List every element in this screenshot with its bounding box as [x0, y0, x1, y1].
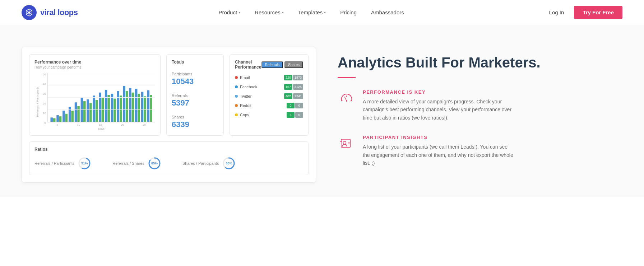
ratios-card: Ratios Referrals / Participants 51%	[29, 141, 309, 175]
feature-performance-title: PERFORMANCE IS KEY	[363, 89, 514, 95]
participants-label: Participants	[172, 72, 218, 76]
perf-title: Performance over time	[34, 60, 155, 65]
ratio-referrals-shares: Referrals / Shares 85%	[112, 157, 161, 170]
cp-name: Copy	[240, 113, 249, 117]
chart-container: Referrals & Participants 50 40 30 20 10 …	[34, 73, 155, 130]
x-label-20: 20	[121, 123, 124, 126]
ratio3-label: Shares / Participants	[182, 161, 219, 165]
cp-bars: 5 0	[287, 112, 303, 118]
feature-insights-text: PARTICIPANT INSIGHTS A long list of your…	[363, 135, 514, 167]
nav-right: Log In Try For Free	[545, 6, 622, 19]
x-label-5: 5	[57, 123, 58, 126]
channel-tabs: Referrals Shares	[261, 61, 303, 68]
ratio1-label: Referrals / Participants	[34, 161, 74, 165]
y-label-20: 20	[43, 102, 46, 105]
perf-subtitle: How your campaign performs	[34, 65, 155, 69]
ratio-referrals-participants: Referrals / Participants 51%	[34, 157, 91, 170]
fb-name: Facebook	[240, 85, 257, 89]
email-bar1: 220	[284, 75, 292, 80]
email-bar2: 1873	[293, 75, 303, 80]
email-bars: 220 1873	[284, 75, 303, 80]
nav-resources[interactable]: Resources ▾	[249, 6, 289, 18]
ratio2-label: Referrals / Shares	[112, 161, 144, 165]
y-label-50: 50	[43, 73, 46, 76]
svg-line-6	[27, 13, 28, 14]
channel-row-facebook: Facebook 167 3125	[235, 84, 303, 90]
feature-insights-title: PARTICIPANT INSIGHTS	[363, 135, 514, 140]
fb-bar1: 167	[284, 84, 292, 90]
gauge-icon-wrap	[338, 89, 356, 107]
shares-tab[interactable]: Shares	[284, 61, 303, 68]
totals-card: Totals Participants 10543 Referrals 5397…	[166, 54, 224, 136]
channel-row-reddit: Reddit 0 0	[235, 103, 303, 108]
totals-referrals: Referrals 5397	[172, 93, 218, 108]
nav-templates[interactable]: Templates ▾	[292, 6, 332, 18]
login-button[interactable]: Log In	[545, 6, 569, 18]
chevron-down-icon: ▾	[324, 10, 326, 14]
ratio1-pct: 51%	[81, 162, 88, 165]
rd-bars: 0 0	[287, 103, 303, 108]
svg-point-48	[346, 100, 347, 102]
y-label-40: 40	[43, 83, 46, 86]
channel-header: Channel Performance Referrals Shares	[235, 60, 303, 70]
rd-bar1: 0	[287, 103, 295, 108]
referrals-value: 5397	[172, 98, 218, 108]
ratio2-circle: 85%	[148, 157, 161, 170]
tw-bar2: 2341	[293, 93, 303, 99]
totals-participants: Participants 10543	[172, 72, 218, 86]
channel-row-copy: Copy 5 0	[235, 112, 303, 118]
svg-line-5	[30, 13, 32, 14]
logo[interactable]: viral loops	[22, 5, 78, 20]
right-content: Analytics Built For Marketers. PERFORMAN…	[316, 47, 622, 180]
ratios-title: Ratios	[34, 147, 303, 152]
tw-bar1: 402	[284, 93, 292, 99]
try-free-button[interactable]: Try For Free	[574, 6, 622, 19]
logo-text-brand: loops	[57, 8, 78, 17]
channel-title: Channel Performance	[235, 60, 261, 70]
svg-point-1	[28, 11, 30, 14]
logo-text-normal: viral	[40, 8, 57, 17]
ratio3-pct: 60%	[226, 162, 232, 165]
channel-card: Channel Performance Referrals Shares Ema…	[230, 54, 309, 136]
nav-product[interactable]: Product ▾	[213, 6, 246, 18]
chevron-down-icon: ▾	[282, 10, 284, 14]
nav-pricing[interactable]: Pricing	[334, 6, 362, 18]
svg-line-4	[27, 11, 28, 12]
ratio2-pct: 85%	[151, 162, 158, 165]
grid-lines	[48, 73, 155, 122]
person-icon-wrap	[338, 135, 356, 153]
performance-card: Performance over time How your campaign …	[29, 54, 161, 136]
ratio3-circle: 60%	[222, 157, 235, 170]
tw-name: Twitter	[240, 94, 251, 98]
feature-performance-text: PERFORMANCE IS KEY A more detailed view …	[363, 89, 514, 122]
totals-title: Totals	[172, 60, 218, 65]
referrals-label: Referrals	[172, 93, 218, 98]
ratio-shares-participants: Shares / Participants 60%	[182, 157, 236, 170]
cp-bar2: 0	[295, 112, 303, 118]
nav-ambassadors[interactable]: Ambassadors	[365, 6, 410, 18]
navigation: viral loops Product ▾ Resources ▾ Templa…	[0, 0, 644, 25]
logo-text: viral loops	[40, 8, 78, 17]
cp-dot	[235, 113, 238, 116]
logo-icon	[22, 5, 37, 20]
fb-bars: 167 3125	[284, 84, 303, 90]
chevron-down-icon: ▾	[238, 10, 240, 14]
svg-line-7	[30, 11, 32, 12]
referrals-tab[interactable]: Referrals	[261, 61, 283, 68]
feature-insights: PARTICIPANT INSIGHTS A long list of your…	[338, 135, 622, 167]
y-label-10: 10	[43, 112, 46, 115]
dashboard-row1: Performance over time How your campaign …	[29, 54, 309, 136]
channel-row-email: Email 220 1873	[235, 75, 303, 80]
channel-rows: Email 220 1873 Facebook 167	[235, 75, 303, 118]
x-label-25: 25	[143, 123, 146, 126]
x-label-10: 10	[77, 123, 80, 126]
x-labels: 5 10 15 20 25	[47, 122, 155, 126]
fb-dot	[235, 85, 238, 88]
tw-dot	[235, 95, 238, 98]
feature-performance: PERFORMANCE IS KEY A more detailed view …	[338, 89, 622, 122]
cp-bar1: 5	[287, 112, 295, 118]
rd-name: Reddit	[240, 103, 251, 108]
main-heading: Analytics Built For Marketers.	[338, 54, 622, 71]
shares-label: Shares	[172, 115, 218, 119]
email-dot	[235, 76, 238, 79]
